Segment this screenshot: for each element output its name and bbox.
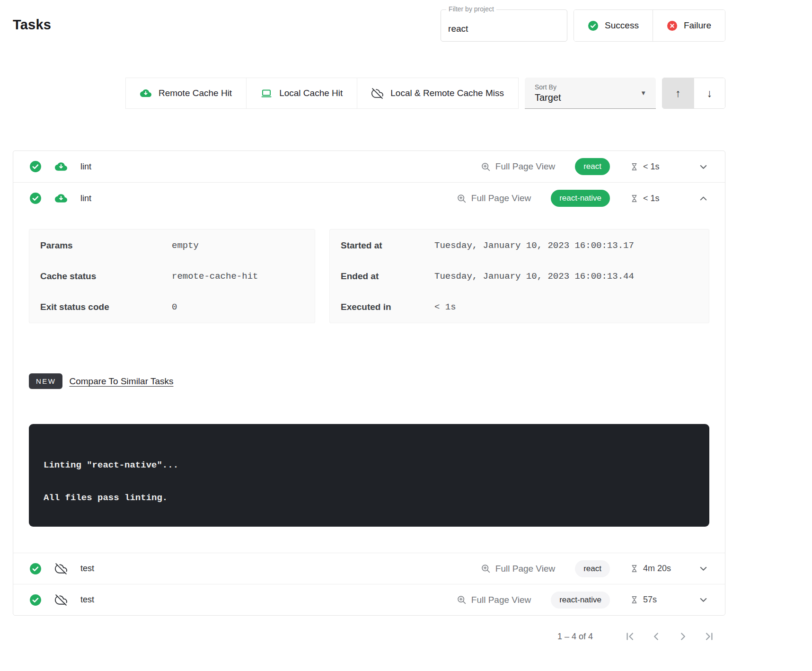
- hourglass-icon: [630, 194, 639, 203]
- task-name: lint: [80, 162, 91, 172]
- local-cache-hit-filter-button[interactable]: Local Cache Hit: [246, 78, 357, 109]
- cache-status-value: remote-cache-hit: [172, 271, 258, 282]
- failure-filter-button[interactable]: Failure: [653, 10, 725, 41]
- exit-status-code-label: Exit status code: [40, 302, 172, 312]
- cloud-download-icon: [55, 192, 67, 204]
- remote-cache-hit-label: Remote Cache Hit: [159, 88, 232, 98]
- topbar-right: Filter by project Success Failure: [441, 9, 725, 42]
- hourglass-icon: [630, 564, 639, 573]
- first-page-button[interactable]: [623, 630, 636, 643]
- compare-to-similar-tasks-link[interactable]: Compare To Similar Tasks: [70, 376, 174, 387]
- executed-in-label: Executed in: [341, 302, 434, 312]
- full-page-view-button[interactable]: Full Page View: [457, 193, 531, 203]
- sort-by-value: Target: [535, 92, 561, 103]
- chevron-left-icon: [650, 630, 662, 643]
- local-cache-hit-label: Local Cache Hit: [279, 88, 343, 98]
- cache-status-label: Cache status: [40, 271, 172, 282]
- task-name: test: [80, 595, 94, 605]
- task-name: lint: [80, 194, 91, 203]
- next-page-button[interactable]: [676, 630, 689, 643]
- task-timing-panel: Started at Tuesday, January 10, 2023 16:…: [329, 229, 709, 323]
- arrow-up-icon: ↑: [675, 87, 681, 100]
- cache-miss-filter-button[interactable]: Local & Remote Cache Miss: [357, 78, 519, 109]
- toolbar: Remote Cache Hit Local Cache Hit Local &…: [13, 78, 725, 109]
- cloud-download-icon: [55, 160, 67, 173]
- task-row-expanded-wrapper: lint Full Page View react-native: [13, 182, 725, 553]
- compare-row: NEW Compare To Similar Tasks: [29, 373, 709, 389]
- page: Tasks Filter by project Success Failure: [13, 0, 725, 643]
- task-duration: 57s: [630, 595, 678, 605]
- task-row: lint Full Page View react < 1s: [13, 151, 725, 182]
- zoom-in-icon: [481, 162, 491, 172]
- zoom-in-icon: [481, 564, 491, 574]
- expand-task-button[interactable]: [698, 563, 709, 574]
- task-duration: 4m 20s: [630, 564, 678, 574]
- caret-down-icon: ▼: [640, 89, 646, 97]
- status-filter-group: Success Failure: [574, 9, 725, 42]
- task-row: lint Full Page View react-native: [13, 183, 725, 214]
- full-page-view-button[interactable]: Full Page View: [457, 595, 531, 605]
- success-filter-button[interactable]: Success: [574, 10, 653, 41]
- task-duration: < 1s: [630, 194, 678, 203]
- task-duration: < 1s: [630, 162, 678, 172]
- task-details: Params empty Cache status remote-cache-h…: [13, 214, 725, 553]
- first-page-icon: [624, 630, 636, 643]
- previous-page-button[interactable]: [650, 630, 663, 643]
- last-page-icon: [703, 630, 715, 643]
- expand-task-button[interactable]: [698, 594, 709, 605]
- cloud-off-icon: [55, 594, 67, 606]
- project-badge: react: [575, 158, 610, 175]
- hourglass-icon: [630, 162, 639, 171]
- expand-task-button[interactable]: [698, 161, 709, 172]
- success-label: Success: [605, 20, 639, 31]
- project-filter-field[interactable]: Filter by project: [441, 9, 567, 42]
- project-filter-input[interactable]: [441, 10, 567, 41]
- task-row: test Full Page View react 4m 20s: [13, 553, 725, 584]
- success-icon: [588, 20, 599, 31]
- cloud-off-icon: [371, 88, 383, 99]
- cache-filter-group: Remote Cache Hit Local Cache Hit Local &…: [125, 78, 519, 109]
- pagination-range: 1 – 4 of 4: [557, 632, 593, 642]
- hourglass-icon: [630, 595, 639, 604]
- terminal-output: Linting "react-native"... All files pass…: [29, 424, 709, 527]
- collapse-task-button[interactable]: [698, 193, 709, 204]
- cache-miss-label: Local & Remote Cache Miss: [390, 88, 504, 98]
- sort-by-select[interactable]: Sort By Target ▼: [525, 78, 656, 109]
- executed-in-value: < 1s: [434, 302, 456, 312]
- started-at-value: Tuesday, January 10, 2023 16:00:13.17: [434, 240, 634, 251]
- ended-at-value: Tuesday, January 10, 2023 16:00:13.44: [434, 271, 634, 282]
- cloud-download-icon: [140, 88, 151, 99]
- task-list: lint Full Page View react < 1s: [13, 150, 725, 616]
- pagination: 1 – 4 of 4: [13, 630, 725, 643]
- page-title: Tasks: [13, 17, 51, 33]
- chevron-up-icon: [698, 193, 709, 204]
- sort-by-label: Sort By: [535, 83, 561, 91]
- params-value: empty: [172, 240, 199, 251]
- success-check-icon: [29, 160, 42, 173]
- topbar: Tasks Filter by project Success Failure: [13, 0, 725, 42]
- last-page-button[interactable]: [703, 630, 716, 643]
- sort-ascending-button[interactable]: ↑: [662, 78, 694, 108]
- project-badge: react: [575, 560, 610, 577]
- failure-label: Failure: [684, 20, 711, 31]
- remote-cache-hit-filter-button[interactable]: Remote Cache Hit: [125, 78, 247, 109]
- project-filter-label: Filter by project: [446, 5, 496, 13]
- full-page-view-button[interactable]: Full Page View: [481, 161, 555, 172]
- success-check-icon: [29, 192, 42, 204]
- chevron-down-icon: [698, 161, 709, 172]
- ended-at-label: Ended at: [341, 271, 434, 282]
- chevron-down-icon: [698, 594, 709, 605]
- project-badge: react-native: [551, 592, 610, 609]
- zoom-in-icon: [457, 595, 467, 605]
- task-params-panel: Params empty Cache status remote-cache-h…: [29, 229, 315, 323]
- sort-descending-button[interactable]: ↓: [694, 78, 725, 108]
- success-check-icon: [29, 563, 42, 575]
- exit-status-code-value: 0: [172, 302, 177, 312]
- terminal-line: Linting "react-native"...: [44, 460, 695, 470]
- laptop-icon: [261, 88, 272, 99]
- cloud-off-icon: [55, 563, 67, 575]
- failure-icon: [667, 20, 678, 31]
- task-name: test: [80, 564, 94, 574]
- terminal-line: All files pass linting.: [44, 493, 695, 503]
- full-page-view-button[interactable]: Full Page View: [481, 564, 555, 574]
